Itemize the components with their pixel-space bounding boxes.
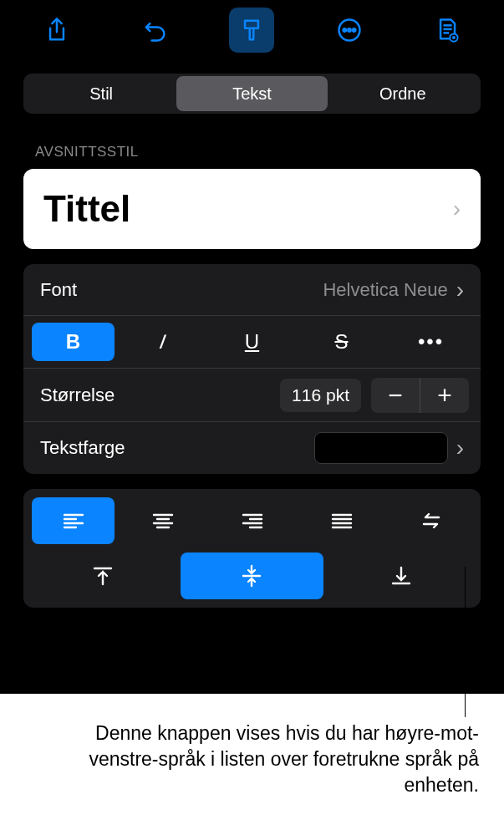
text-color-label: Tekstfarge bbox=[40, 437, 125, 459]
format-brush-icon bbox=[237, 16, 266, 44]
align-bottom-button[interactable] bbox=[330, 552, 472, 599]
more-button[interactable] bbox=[327, 8, 372, 53]
font-group: Font Helvetica Neue › B I U S ••• Større… bbox=[23, 264, 481, 474]
font-row[interactable]: Font Helvetica Neue › bbox=[23, 264, 481, 316]
align-middle-icon bbox=[239, 563, 264, 588]
more-styles-button[interactable]: ••• bbox=[389, 323, 472, 361]
align-justify-button[interactable] bbox=[300, 497, 383, 544]
paragraph-style-label: AVSNITTSSTIL bbox=[35, 144, 504, 160]
document-view-icon bbox=[433, 16, 461, 44]
chevron-right-icon: › bbox=[456, 277, 464, 303]
rtl-direction-button[interactable] bbox=[389, 497, 472, 544]
horizontal-align-row bbox=[32, 497, 472, 544]
strikethrough-button[interactable]: S bbox=[300, 323, 383, 361]
align-left-button[interactable] bbox=[32, 497, 115, 544]
callout-line bbox=[465, 567, 466, 717]
underline-button[interactable]: U bbox=[211, 323, 293, 361]
format-tabs: Stil Tekst Ordne bbox=[23, 74, 481, 114]
align-top-button[interactable] bbox=[32, 552, 174, 599]
svg-point-7 bbox=[449, 33, 458, 42]
size-stepper: − + bbox=[371, 378, 469, 413]
size-decrease-button[interactable]: − bbox=[371, 378, 420, 413]
vertical-align-row bbox=[32, 552, 472, 599]
align-justify-icon bbox=[329, 508, 354, 533]
format-button[interactable] bbox=[229, 8, 274, 53]
rtl-direction-icon bbox=[419, 508, 444, 533]
callout-text: Denne knappen vises hvis du har høyre-mo… bbox=[59, 721, 479, 798]
undo-icon bbox=[140, 16, 169, 44]
alignment-group bbox=[23, 489, 481, 608]
color-swatch[interactable] bbox=[314, 432, 448, 464]
style-buttons-row: B I U S ••• bbox=[23, 316, 481, 369]
align-center-icon bbox=[150, 508, 176, 533]
top-toolbar bbox=[0, 0, 504, 60]
paragraph-style-value: Tittel bbox=[43, 188, 130, 230]
tab-tekst[interactable]: Tekst bbox=[176, 76, 327, 111]
font-value: Helvetica Neue bbox=[323, 279, 447, 301]
paragraph-style-row[interactable]: Tittel › bbox=[23, 169, 481, 249]
align-right-icon bbox=[240, 508, 265, 533]
share-button[interactable] bbox=[34, 8, 79, 53]
size-value[interactable]: 116 pkt bbox=[280, 379, 361, 412]
more-icon bbox=[335, 16, 364, 44]
align-top-icon bbox=[90, 563, 115, 588]
tab-stil[interactable]: Stil bbox=[26, 76, 176, 111]
bold-button[interactable]: B bbox=[32, 323, 115, 361]
undo-button[interactable] bbox=[132, 8, 177, 53]
text-color-row[interactable]: Tekstfarge › bbox=[23, 422, 481, 474]
size-row: Størrelse 116 pkt − + bbox=[23, 369, 481, 422]
align-bottom-icon bbox=[389, 563, 414, 588]
align-left-icon bbox=[61, 508, 86, 533]
size-label: Størrelse bbox=[40, 384, 270, 406]
svg-point-2 bbox=[348, 28, 350, 31]
chevron-right-icon: › bbox=[453, 196, 461, 222]
document-view-button[interactable] bbox=[425, 8, 470, 53]
align-center-button[interactable] bbox=[121, 497, 204, 544]
share-icon bbox=[43, 16, 71, 44]
tab-ordne[interactable]: Ordne bbox=[328, 76, 478, 111]
chevron-right-icon: › bbox=[456, 435, 464, 461]
italic-button[interactable]: I bbox=[118, 323, 207, 361]
font-label: Font bbox=[40, 279, 77, 301]
svg-point-1 bbox=[344, 28, 346, 31]
size-increase-button[interactable]: + bbox=[420, 378, 469, 413]
svg-point-3 bbox=[353, 28, 355, 31]
align-right-button[interactable] bbox=[211, 497, 293, 544]
align-middle-button[interactable] bbox=[181, 552, 323, 599]
